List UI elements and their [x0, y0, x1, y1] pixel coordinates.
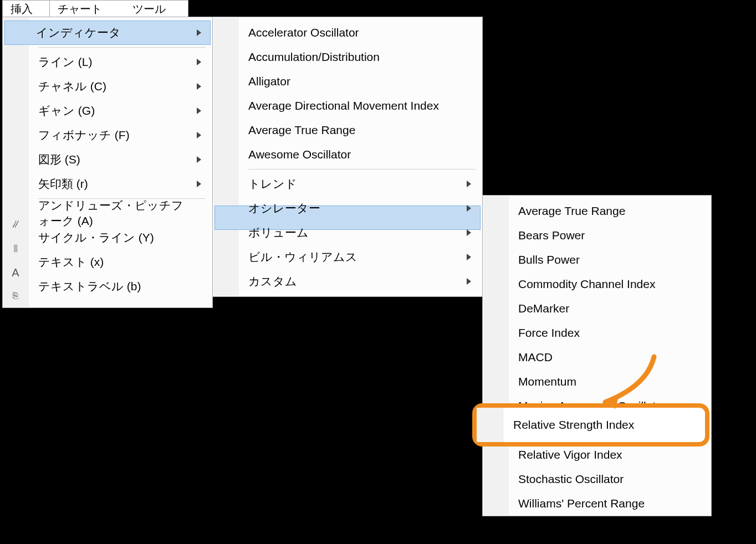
label: オシレーター — [248, 201, 320, 216]
menu-separator — [38, 47, 206, 48]
menu-item-andrews-label: アンドリューズ・ピッチフォーク (A) — [38, 198, 190, 229]
menu-item-fibonacci-label: フィボナッチ (F) — [38, 127, 130, 143]
submenu-arrow-icon — [467, 181, 471, 187]
menu-item-line[interactable]: ライン (L) — [29, 50, 209, 74]
label: Force Index — [518, 326, 580, 340]
menu-item-gann-label: ギャン (G) — [38, 103, 95, 119]
menu-item-bulls-power[interactable]: Bulls Power — [509, 248, 708, 272]
menu-item-shapes[interactable]: 図形 (S) — [29, 147, 209, 172]
submenu-arrow-icon — [467, 205, 471, 212]
menubar-tool[interactable]: ツール (T) — [125, 1, 188, 17]
submenu-arrow-icon — [197, 29, 201, 36]
menu-item-fibonacci[interactable]: フィボナッチ (F) — [29, 123, 209, 147]
label: カスタム — [248, 274, 297, 289]
menu-item-adx[interactable]: Average Directional Movement Index — [239, 94, 479, 118]
menu-item-demarker[interactable]: DeMarker — [509, 296, 708, 321]
label: Awesome Oscillator — [248, 148, 351, 161]
submenu-arrow-icon — [197, 107, 201, 114]
menu-item-arrows-label: 矢印類 (r) — [38, 176, 88, 192]
label: Stochastic Oscillator — [518, 473, 624, 486]
menubar-chart[interactable]: チャート (C) — [50, 1, 125, 17]
submenu-arrow-icon — [197, 181, 201, 187]
callout-iconcol — [477, 408, 503, 442]
menu-item-indicators[interactable]: インディケータ — [3, 20, 209, 45]
menu-item-channel[interactable]: チャネル (C) — [29, 74, 209, 99]
menu-item-line-label: ライン (L) — [38, 54, 93, 70]
submenu-arrow-icon — [197, 132, 201, 138]
menubar: 挿入(I) チャート (C) ツール (T) — [2, 0, 188, 18]
menu-item-atr[interactable]: Average True Range — [239, 118, 479, 142]
submenu-arrow-icon — [467, 229, 471, 236]
menu-item-volume[interactable]: ボリューム — [239, 220, 479, 245]
menu-item-trend[interactable]: トレンド — [239, 172, 479, 196]
label: Relative Vigor Index — [518, 448, 622, 461]
menu-item-andrews-pitchfork[interactable]: アンドリューズ・ピッチフォーク (A) — [29, 201, 209, 225]
menu-item-text-label: テキスト (x) — [38, 254, 104, 270]
menu-oscillators-iconcol — [483, 196, 509, 515]
menu-item-text[interactable]: テキスト (x) — [29, 250, 209, 274]
menu-item-alligator[interactable]: Alligator — [239, 69, 479, 94]
menu-item-force-index[interactable]: Force Index — [509, 321, 708, 345]
submenu-arrow-icon — [467, 278, 471, 285]
cycle-lines-icon: ⦀ — [3, 242, 28, 255]
label: Accelerator Oscillator — [248, 26, 359, 39]
label: MACD — [518, 351, 553, 364]
label: Momentum — [518, 375, 576, 388]
menu-item-text-label[interactable]: テキストラベル (b) — [29, 274, 209, 299]
menu-item-custom[interactable]: カスタム — [239, 269, 479, 294]
label: Accumulation/Distribution — [248, 50, 380, 64]
menu-item-wpr[interactable]: Williams' Percent Range — [509, 491, 708, 516]
label: トレンド — [248, 176, 297, 192]
text-label-icon: ⎘ — [3, 291, 28, 301]
label: Williams' Percent Range — [518, 497, 645, 510]
label: Average True Range — [518, 204, 625, 218]
menu-item-indicators-label: インディケータ — [36, 25, 121, 40]
menu-item-channel-label: チャネル (C) — [38, 79, 106, 94]
label: Alligator — [248, 75, 290, 88]
submenu-arrow-icon — [197, 156, 201, 163]
menu-item-cci[interactable]: Commodity Channel Index — [509, 272, 708, 296]
menu-item-shapes-label: 図形 (S) — [38, 152, 80, 167]
label: Average Directional Movement Index — [248, 99, 439, 112]
submenu-arrow-icon — [197, 59, 201, 65]
menu-item-textlabel-label: テキストラベル (b) — [38, 279, 141, 294]
submenu-arrow-icon — [467, 254, 471, 260]
label: ビル・ウィリアムス — [248, 249, 357, 265]
menu-indicators-iconcol — [213, 18, 239, 296]
label: Commodity Channel Index — [518, 278, 655, 291]
label: ボリューム — [248, 225, 309, 240]
menu-item-oscillator[interactable]: オシレーター — [213, 196, 479, 220]
menu-insert-iconcol — [3, 18, 29, 307]
menu-item-accumulation-distribution[interactable]: Accumulation/Distribution — [239, 45, 479, 69]
menu-item-bears-power[interactable]: Bears Power — [509, 223, 708, 248]
menu-item-accelerator-oscillator[interactable]: Accelerator Oscillator — [239, 20, 479, 45]
menu-item-osc-atr[interactable]: Average True Range — [509, 199, 708, 223]
menu-item-bill-williams[interactable]: ビル・ウィリアムス — [239, 245, 479, 269]
menu-separator — [248, 169, 476, 170]
menu-item-awesome-oscillator[interactable]: Awesome Oscillator — [239, 142, 479, 167]
menu-indicators: Accelerator Oscillator Accumulation/Dist… — [212, 17, 483, 297]
label: DeMarker — [518, 302, 569, 315]
submenu-arrow-icon — [197, 83, 201, 90]
menu-item-cycle-label: サイクル・ライン (Y) — [38, 230, 154, 245]
callout-label: Relative Strength Index — [503, 418, 634, 432]
pitchfork-icon: ⫽ — [3, 218, 28, 230]
annotation-arrow-icon — [588, 352, 665, 419]
label: Average True Range — [248, 124, 355, 137]
label: Bears Power — [518, 229, 585, 242]
menu-item-stochastic[interactable]: Stochastic Oscillator — [509, 467, 708, 491]
menu-item-gann[interactable]: ギャン (G) — [29, 99, 209, 123]
menu-item-arrows[interactable]: 矢印類 (r) — [29, 172, 209, 196]
menubar-insert[interactable]: 挿入(I) — [2, 1, 50, 17]
menu-insert: ⫽ ⦀ A ⎘ インディケータ ライン (L) チャネル (C) ギャン (G)… — [2, 17, 213, 308]
menu-item-cycle-lines[interactable]: サイクル・ライン (Y) — [29, 225, 209, 250]
label: Bulls Power — [518, 253, 580, 266]
text-a-icon: A — [3, 266, 28, 279]
